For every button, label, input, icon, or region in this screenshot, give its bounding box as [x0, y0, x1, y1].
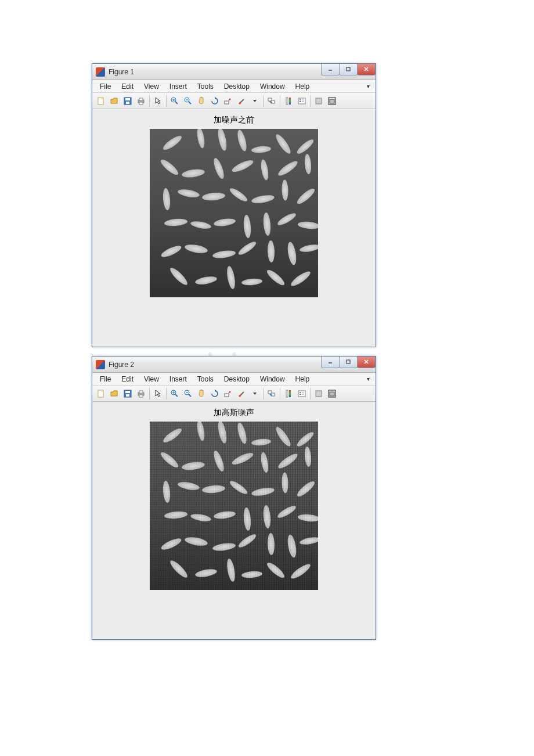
menu-insert[interactable]: Insert: [164, 81, 192, 92]
brush-icon[interactable]: [235, 387, 248, 400]
save-icon[interactable]: [121, 387, 134, 400]
toolbar-separator: [263, 95, 264, 107]
toolbar-separator: [166, 95, 167, 107]
menu-insert[interactable]: Insert: [164, 374, 192, 384]
rotate-icon[interactable]: [208, 95, 221, 107]
rice-grain: [217, 422, 228, 444]
pointer-icon[interactable]: [151, 95, 164, 107]
svg-rect-27: [286, 98, 288, 105]
maximize-button[interactable]: [339, 64, 358, 75]
svg-line-60: [241, 392, 244, 395]
zoom-out-icon[interactable]: [182, 387, 194, 400]
minimize-button[interactable]: [321, 357, 340, 368]
plot-title: 加噪声之前: [214, 115, 254, 125]
dropdown-arrow-icon[interactable]: [248, 387, 261, 400]
rice-grain: [162, 481, 171, 503]
hide-plot-icon[interactable]: [312, 387, 325, 400]
menu-desktop[interactable]: Desktop: [219, 81, 255, 92]
colorbar-icon[interactable]: [282, 95, 295, 107]
svg-marker-61: [253, 393, 257, 395]
save-icon[interactable]: [121, 95, 134, 107]
menu-view[interactable]: View: [139, 81, 164, 92]
toolbar-separator: [310, 95, 311, 107]
link-icon[interactable]: [265, 95, 278, 107]
legend-icon[interactable]: [295, 95, 308, 107]
rice-grain: [190, 220, 211, 230]
dock-icon[interactable]: [326, 387, 338, 400]
menu-edit[interactable]: Edit: [116, 374, 139, 384]
window-title: Figure 2: [109, 361, 322, 369]
zoom-in-icon[interactable]: [168, 387, 181, 400]
rice-grain: [295, 138, 316, 156]
svg-rect-47: [139, 391, 143, 393]
rice-grain: [282, 472, 288, 493]
maximize-button[interactable]: [339, 357, 358, 368]
pan-icon[interactable]: [195, 387, 208, 400]
menu-tools[interactable]: Tools: [192, 81, 219, 92]
new-file-icon[interactable]: [95, 95, 107, 107]
titlebar[interactable]: Figure 1: [92, 64, 376, 80]
data-cursor-icon[interactable]: [222, 95, 234, 107]
minimize-button[interactable]: [321, 64, 340, 75]
print-icon[interactable]: [135, 95, 147, 107]
menu-window[interactable]: Window: [255, 374, 290, 384]
svg-rect-28: [289, 98, 291, 105]
svg-rect-8: [126, 102, 129, 104]
rice-grain: [190, 513, 211, 523]
rice-grain: [276, 211, 298, 228]
rice-grain: [160, 537, 183, 552]
pointer-icon[interactable]: [151, 387, 164, 400]
titlebar[interactable]: Figure 2: [92, 357, 376, 373]
rice-grain: [177, 481, 200, 491]
rice-grain: [226, 558, 237, 582]
toolbar-overflow-icon[interactable]: ▾: [363, 83, 373, 89]
matlab-icon: [96, 67, 105, 77]
rice-grain: [181, 460, 205, 471]
axes-area: 加高斯噪声: [92, 402, 376, 639]
rice-grain: [241, 278, 263, 286]
toolbar-separator: [263, 388, 264, 399]
menu-tools[interactable]: Tools: [192, 374, 219, 384]
toolbar-separator: [310, 388, 311, 399]
menu-view[interactable]: View: [139, 374, 164, 384]
colorbar-icon[interactable]: [282, 387, 295, 400]
toolbar-overflow-icon[interactable]: ▾: [363, 376, 373, 382]
menu-help[interactable]: Help: [290, 374, 315, 384]
close-button[interactable]: [357, 64, 376, 75]
brush-icon[interactable]: [235, 95, 248, 107]
legend-icon[interactable]: [295, 387, 308, 400]
displayed-image: [150, 129, 318, 297]
rice-grain: [212, 542, 236, 552]
pan-icon[interactable]: [195, 95, 208, 107]
dock-icon[interactable]: [326, 95, 338, 107]
rice-grain: [243, 215, 251, 239]
rice-grain: [194, 568, 218, 578]
menu-desktop[interactable]: Desktop: [219, 374, 255, 384]
rice-grain: [184, 243, 208, 255]
menu-window[interactable]: Window: [255, 81, 290, 92]
svg-rect-44: [125, 391, 130, 393]
rice-grain: [230, 451, 254, 467]
rice-grain: [276, 452, 300, 471]
print-icon[interactable]: [135, 387, 147, 400]
link-icon[interactable]: [265, 387, 278, 400]
rice-grain: [259, 452, 269, 473]
rice-grain: [289, 269, 312, 289]
zoom-in-icon[interactable]: [168, 95, 181, 107]
plot-title: 加高斯噪声: [214, 408, 254, 418]
rice-grain: [226, 265, 237, 289]
hide-plot-icon[interactable]: [312, 95, 325, 107]
rice-grain: [237, 532, 258, 550]
open-file-icon[interactable]: [108, 387, 121, 400]
menu-help[interactable]: Help: [290, 81, 315, 92]
zoom-out-icon[interactable]: [182, 95, 194, 107]
menu-file[interactable]: File: [95, 81, 116, 92]
menu-edit[interactable]: Edit: [116, 81, 139, 92]
open-file-icon[interactable]: [108, 95, 121, 107]
close-button[interactable]: [357, 357, 376, 368]
rotate-icon[interactable]: [208, 387, 221, 400]
new-file-icon[interactable]: [95, 387, 107, 400]
data-cursor-icon[interactable]: [222, 387, 234, 400]
menu-file[interactable]: File: [95, 374, 116, 384]
dropdown-arrow-icon[interactable]: [248, 95, 261, 107]
